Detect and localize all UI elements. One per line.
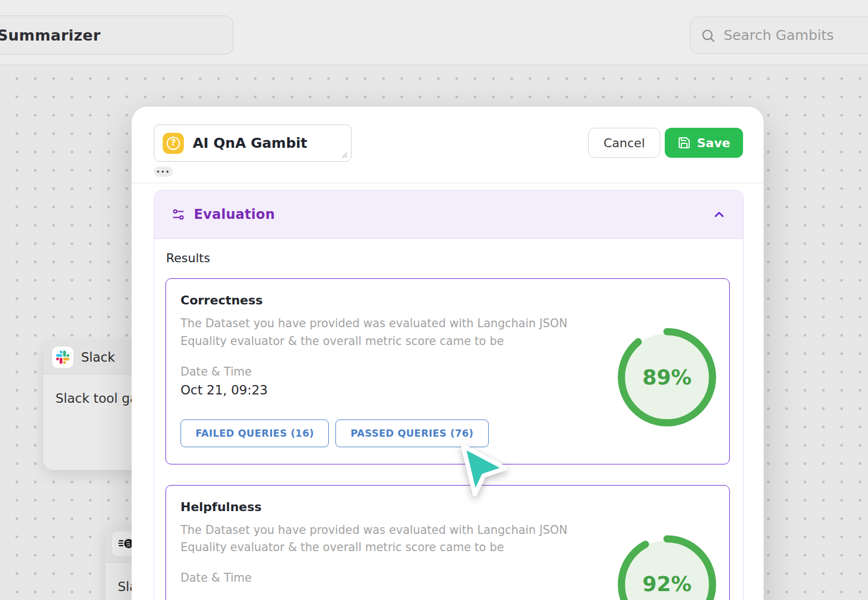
failed-queries-button[interactable]: FAILED QUERIES (16) bbox=[180, 419, 329, 447]
settings-sliders-icon bbox=[171, 207, 185, 222]
cancel-button[interactable]: Cancel bbox=[588, 128, 660, 158]
save-button[interactable]: Save bbox=[665, 128, 743, 158]
node-options-button[interactable]: ••• bbox=[154, 167, 173, 177]
results-heading: Results bbox=[166, 251, 730, 265]
save-floppy-icon bbox=[678, 136, 691, 149]
correctness-card: Correctness The Dataset you have provide… bbox=[165, 278, 730, 464]
save-label: Save bbox=[697, 136, 730, 150]
score-percent: 89% bbox=[618, 328, 716, 427]
resize-handle-icon[interactable] bbox=[340, 151, 348, 158]
score-ring: 92% bbox=[618, 535, 716, 600]
workflow-title-tab[interactable]: Summarizer bbox=[0, 16, 233, 54]
card-description: The Dataset you have provided was evalua… bbox=[180, 315, 569, 351]
gambit-name-input[interactable] bbox=[192, 134, 330, 152]
gambit-modal: ? ••• Cancel Save bbox=[132, 107, 764, 600]
helpfulness-card: Helpfulness The Dataset you have provide… bbox=[165, 485, 730, 600]
chevron-up-icon[interactable] bbox=[712, 207, 726, 222]
slack-logo-chip bbox=[52, 347, 73, 368]
app-screen: Slack Slack tool ga Sla Summarizer bbox=[0, 0, 868, 600]
search-icon bbox=[700, 28, 716, 43]
evaluation-title: Evaluation bbox=[194, 207, 275, 222]
evaluation-section-header[interactable]: Evaluation bbox=[154, 191, 743, 239]
evaluation-body: Results Correctness The Dataset you have… bbox=[154, 239, 743, 600]
modal-header: ? ••• Cancel Save bbox=[132, 107, 764, 177]
workflow-title: Summarizer bbox=[0, 27, 101, 44]
gambit-name-field: ? bbox=[154, 124, 352, 162]
header-divider bbox=[132, 183, 764, 183]
card-title: Correctness bbox=[180, 293, 715, 307]
qna-gambit-icon: ? bbox=[163, 133, 184, 154]
slack-node-title: Slack bbox=[81, 350, 115, 364]
score-ring: 89% bbox=[618, 328, 716, 427]
evaluation-section: Evaluation Results Correctness The Datas… bbox=[154, 190, 744, 600]
search-gambits-box bbox=[690, 17, 868, 54]
score-percent: 92% bbox=[618, 535, 716, 600]
search-input[interactable] bbox=[723, 27, 868, 44]
top-bar: Summarizer bbox=[0, 0, 868, 65]
card-title: Helpfulness bbox=[180, 500, 715, 514]
card-description: The Dataset you have provided was evalua… bbox=[180, 522, 569, 557]
slack-icon bbox=[56, 351, 69, 364]
passed-queries-button[interactable]: PASSED QUERIES (76) bbox=[335, 419, 488, 447]
